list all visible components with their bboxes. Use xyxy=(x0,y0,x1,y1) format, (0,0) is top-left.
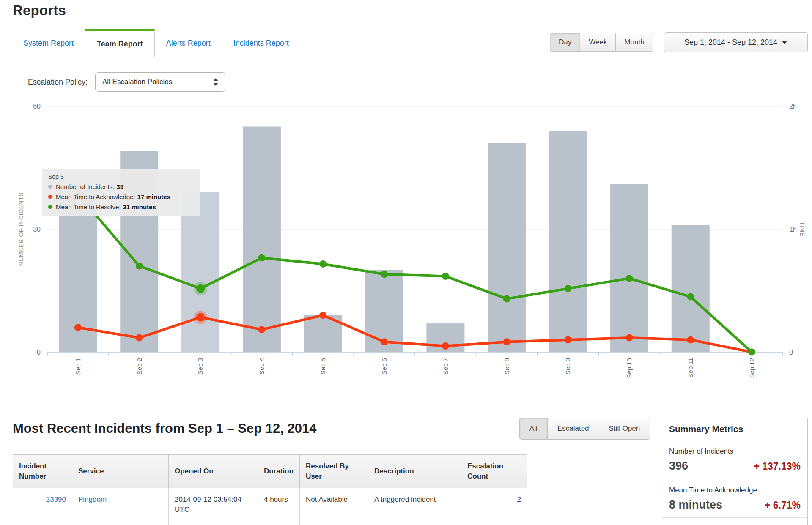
metric-value: 396 xyxy=(669,459,688,473)
x-axis-label: Sep 3 xyxy=(197,358,204,375)
data-point[interactable] xyxy=(258,254,265,261)
data-point[interactable] xyxy=(74,324,82,331)
x-axis-label: Sep 10 xyxy=(625,358,633,378)
data-point[interactable] xyxy=(503,338,510,345)
bar-sep-10[interactable] xyxy=(610,184,648,352)
data-point[interactable] xyxy=(687,293,694,301)
data-point[interactable] xyxy=(503,295,510,302)
tooltip-title: Sep 3 xyxy=(48,173,194,180)
section-divider xyxy=(0,407,812,407)
column-header: Duration xyxy=(258,455,300,488)
bar-sep-4[interactable] xyxy=(243,127,281,353)
x-axis-label: Sep 9 xyxy=(564,358,571,375)
data-point[interactable] xyxy=(565,336,572,343)
page-title: Reports xyxy=(13,3,66,19)
column-header: Service xyxy=(72,455,169,488)
table-cell xyxy=(13,522,72,525)
tab-alerts-report[interactable]: Alerts Report xyxy=(155,29,222,57)
data-point[interactable] xyxy=(136,334,143,342)
table-cell xyxy=(72,522,169,525)
metric-value-row: 396+ 137.13% xyxy=(669,459,801,473)
table-cell: 23390 xyxy=(13,488,72,522)
right-axis-tick: 2h xyxy=(789,103,797,110)
summary-metrics-panel: Summary Metrics Number of Incidents396+ … xyxy=(662,418,808,525)
series-bullet-icon xyxy=(48,185,52,189)
tab-system-report[interactable]: System Report xyxy=(12,29,85,57)
x-axis-label: Sep 7 xyxy=(442,358,449,375)
data-point[interactable] xyxy=(687,336,694,343)
table-cell: 2 xyxy=(461,488,527,522)
column-header: Escalation Count xyxy=(461,455,527,488)
table-cell: 2014-09-12 03:54:04 UTC xyxy=(169,488,258,522)
metric-value: 8 minutes xyxy=(669,498,722,511)
summary-metrics-title: Summary Metrics xyxy=(662,418,807,440)
tab-incidents-report[interactable]: Incidents Report xyxy=(222,29,300,57)
metric-value-row: 8 minutes+ 6.71% xyxy=(669,498,801,511)
incident-number-link[interactable]: 23390 xyxy=(46,495,66,503)
date-range-label: Sep 1, 2014 - Sep 12, 2014 xyxy=(684,38,777,47)
right-axis-tick: 1h xyxy=(789,226,797,233)
data-point[interactable] xyxy=(319,260,326,268)
incidents-chart: Sep 1Sep 2Sep 3Sep 4Sep 5Sep 6Sep 7Sep 8… xyxy=(0,101,812,399)
filter-still-open-button[interactable]: Still Open xyxy=(599,418,650,440)
metric-delta: + 137.13% xyxy=(754,461,801,472)
data-point[interactable] xyxy=(319,312,326,319)
incidents-table: Incident NumberServiceOpened OnDurationR… xyxy=(13,454,527,525)
tooltip-value: 31 minutes xyxy=(123,202,156,211)
table-cell xyxy=(300,522,368,525)
granularity-day-button[interactable]: Day xyxy=(550,33,580,52)
table-row: 23390Pingdom2014-09-12 03:54:04 UTC4 hou… xyxy=(13,488,527,522)
chart-tooltip: Sep 3 Number of Incidents: 39Mean Time t… xyxy=(42,169,200,216)
bar-sep-8[interactable] xyxy=(488,143,526,352)
left-axis-title: NUMBER OF INCIDENTS xyxy=(18,192,25,266)
escalation-policy-select[interactable]: All Escalation Policies xyxy=(95,72,225,92)
tooltip-value: 39 xyxy=(116,182,123,191)
line-mean-time-to-acknowledge xyxy=(74,311,755,356)
series-bullet-icon xyxy=(48,195,52,199)
service-link[interactable]: Pingdom xyxy=(78,495,107,503)
left-axis-tick: 30 xyxy=(33,226,41,233)
left-axis-tick: 60 xyxy=(33,103,41,110)
incident-bars xyxy=(59,127,709,353)
caret-down-icon xyxy=(782,41,787,44)
incidents-heading: Most Recent Incidents from Sep 1 – Sep 1… xyxy=(13,421,316,436)
data-point[interactable] xyxy=(565,285,572,292)
data-point[interactable] xyxy=(625,275,633,282)
tooltip-value: 17 minutes xyxy=(137,192,170,201)
x-axis-label: Sep 11 xyxy=(687,358,694,377)
data-point[interactable] xyxy=(442,342,449,350)
data-point[interactable] xyxy=(136,262,143,270)
summary-metric: Number of Incidents396+ 137.13% xyxy=(662,440,807,479)
table-cell xyxy=(169,522,258,525)
data-point[interactable] xyxy=(258,326,265,333)
right-axis-tick: 0 xyxy=(789,349,793,356)
bar-sep-9[interactable] xyxy=(549,131,587,352)
data-point[interactable] xyxy=(625,334,633,342)
data-point[interactable] xyxy=(196,284,205,293)
report-tabs: System ReportTeam ReportAlerts ReportInc… xyxy=(12,29,300,57)
data-point[interactable] xyxy=(442,273,449,280)
filter-escalated-button[interactable]: Escalated xyxy=(547,418,599,440)
bar-sep-11[interactable] xyxy=(672,225,710,352)
date-range-button[interactable]: Sep 1, 2014 - Sep 12, 2014 xyxy=(664,32,808,52)
data-point[interactable] xyxy=(381,271,388,278)
data-point[interactable] xyxy=(381,338,388,345)
incident-filter-toggle: AllEscalatedStill Open xyxy=(519,418,650,440)
metric-delta: + 6.71% xyxy=(765,500,801,511)
data-point[interactable] xyxy=(196,313,205,322)
table-cell xyxy=(258,522,300,525)
table-cell xyxy=(368,522,461,525)
data-point[interactable] xyxy=(748,349,755,356)
granularity-month-button[interactable]: Month xyxy=(615,33,653,52)
tab-team-report[interactable]: Team Report xyxy=(85,29,155,57)
left-axis-tick: 0 xyxy=(37,349,41,356)
up-down-arrows-icon xyxy=(213,78,218,86)
table-cell: 4 hours xyxy=(258,488,300,522)
granularity-week-button[interactable]: Week xyxy=(580,33,616,52)
filter-all-button[interactable]: All xyxy=(519,418,548,440)
escalation-policy-value: All Escalation Policies xyxy=(102,78,172,86)
escalation-policy-label: Escalation Policy: xyxy=(28,78,88,87)
right-axis-title: TIME xyxy=(799,221,806,237)
x-axis-label: Sep 2 xyxy=(136,358,143,375)
metric-label: Number of Incidents xyxy=(669,447,801,456)
